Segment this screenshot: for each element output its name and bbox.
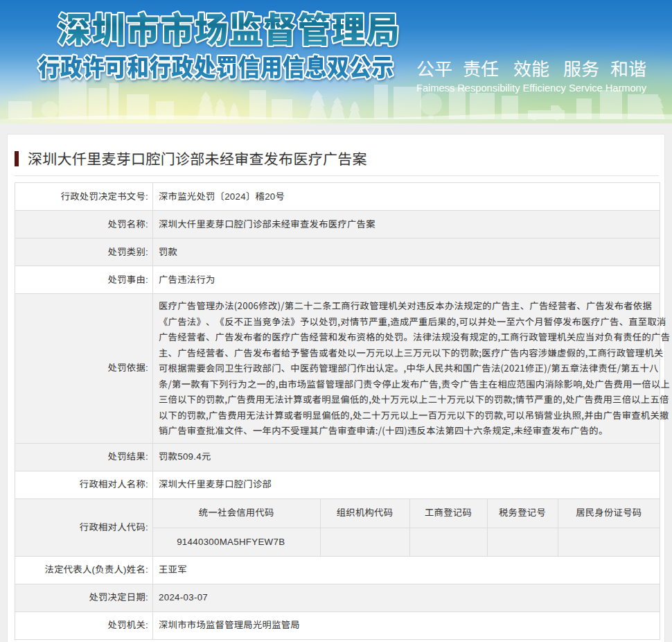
svg-text:服务: 服务 bbox=[563, 55, 599, 80]
svg-text:深圳市市场监督管理局: 深圳市市场监督管理局 bbox=[58, 2, 400, 53]
svg-text:公平: 公平 bbox=[416, 55, 452, 80]
svg-text:Faimess Responsibility Effic: Faimess Responsibility Efficiency Servic… bbox=[416, 82, 646, 94]
svg-text:行政许可和行政处罚信用信息双公示: 行政许可和行政处罚信用信息双公示 bbox=[38, 48, 394, 84]
svg-text:和谐: 和谐 bbox=[610, 55, 646, 80]
svg-text:效能: 效能 bbox=[513, 55, 549, 80]
svg-text:责任: 责任 bbox=[463, 55, 499, 80]
